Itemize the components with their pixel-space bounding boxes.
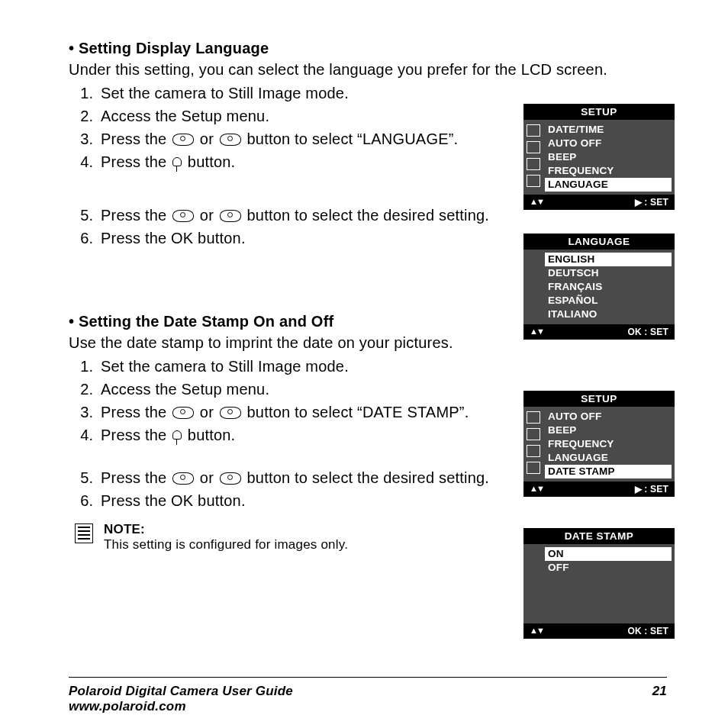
updown-icon: ▲▼ [530,327,543,337]
footer-url: www.polaroid.com [69,699,293,714]
lcd-foot-hint: OK : SET [627,626,668,636]
step: Set the camera to Still Image mode. [98,82,675,104]
lcd-item: AUTO OFF [545,410,672,424]
lcd-tab-icons [527,410,545,478]
updown-icon: ▲▼ [530,197,543,208]
section1-heading: • Setting Display Language [69,40,675,57]
lcd-item: OFF [545,561,672,575]
up-button-icon [172,210,194,222]
lcd-item: BEEP [545,150,672,164]
lcd-item: ITALIANO [545,308,672,321]
section1-intro: Under this setting, you can select the l… [69,60,675,79]
note-icon [75,523,93,543]
up-button-icon [172,134,194,146]
updown-icon: ▲▼ [530,626,543,636]
up-button-icon [172,407,194,419]
lcd-item-selected: ON [545,547,672,561]
right-button-icon [172,157,182,172]
down-button-icon [220,472,241,485]
page-footer: Polaroid Digital Camera User Guide www.p… [0,677,728,714]
note-heading: NOTE: [104,522,348,537]
lcd-language-list: LANGUAGE ENGLISH DEUTSCH FRANÇAIS ESPAÑO… [523,234,675,340]
updown-icon: ▲▼ [530,484,543,494]
lcd-item: FRANÇAIS [545,280,672,294]
lcd-item-selected: ENGLISH [545,253,672,266]
lcd-foot-hint: OK : SET [627,327,668,337]
lcd-tab-icons [527,123,545,192]
lcd-item: ESPAÑOL [545,294,672,308]
lcd-title: SETUP [523,104,675,120]
lcd-foot-hint: ▶ : SET [635,484,668,494]
page-number: 21 [652,684,667,714]
lcd-title: LANGUAGE [523,234,675,250]
down-button-icon [220,134,241,146]
lcd-item-selected: DATE STAMP [545,465,672,478]
lcd-item: DATE/TIME [545,123,672,137]
down-button-icon [220,210,241,222]
note-body: This setting is configured for images on… [104,537,348,552]
lcd-foot-hint: ▶ : SET [635,197,668,208]
down-button-icon [220,407,241,419]
lcd-title: SETUP [523,391,675,407]
lcd-setup-datestamp: SETUP AUTO OFF BEEP FREQUENCY LANGUAGE D… [523,391,675,497]
step: Set the camera to Still Image mode. [98,356,675,377]
lcd-datestamp-options: DATE STAMP ON OFF ▲▼OK : SET [523,528,675,639]
right-button-icon [172,430,182,446]
lcd-item: FREQUENCY [545,164,672,178]
lcd-item: AUTO OFF [545,137,672,150]
lcd-item: FREQUENCY [545,437,672,451]
up-button-icon [172,472,194,485]
footer-title: Polaroid Digital Camera User Guide [69,684,293,699]
lcd-item: DEUTSCH [545,266,672,280]
lcd-item: LANGUAGE [545,451,672,465]
lcd-title: DATE STAMP [523,528,675,544]
lcd-item-selected: LANGUAGE [545,178,672,192]
lcd-item: BEEP [545,424,672,437]
lcd-setup-language: SETUP DATE/TIME AUTO OFF BEEP FREQUENCY … [523,104,675,210]
